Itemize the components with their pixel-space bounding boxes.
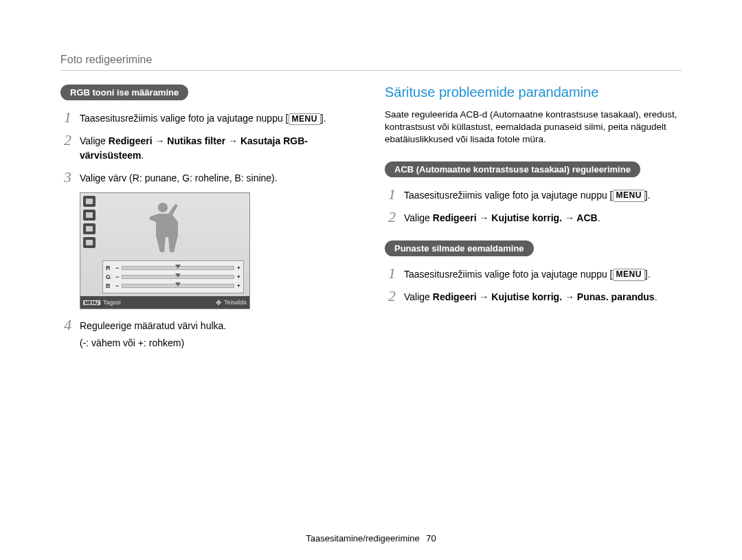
slider-minus: − [115,282,119,289]
step-body: Valige värv (R: punane, G: roheline, B: … [80,170,357,186]
camera-footer-back: Tagasi [103,299,121,306]
right-column: Särituse probleemide parandamine Saate r… [385,85,682,357]
acb-step-1: 1 Taasesitusrežiimis valige foto ja vaju… [385,187,682,203]
camera-footer: MENU Tagasi Teisalda [80,296,249,309]
cam-icon-3 [83,223,95,234]
left-column: RGB tooni ise määramine 1 Taasesitusreži… [60,85,357,357]
cam-icon-1 [83,196,95,207]
step-text: Taasesitusrežiimis valige foto ja vajuta… [404,269,607,280]
camera-side-icons [83,196,95,248]
step-text: Valige [404,291,433,302]
section-title: Särituse probleemide parandamine [385,85,682,100]
slider-g: G − + [106,272,240,281]
slider-plus: + [237,265,240,271]
step-text: Valige [404,212,433,223]
slider-track [122,266,234,270]
slider-label: B [106,282,113,289]
step-text-post: . [648,269,651,280]
step-text-bold: Redigeeri → Kujutise korrig. → Punas. pa… [433,291,655,302]
menu-button-label: MENU [289,113,321,126]
step-body: Valige Redigeeri → Nutikas filter → Kasu… [80,133,357,163]
step-text-post: . [142,150,144,161]
footer-section: Taasesitamine/redigeerimine [306,533,419,544]
step-text-bold: Redigeeri → Nutikas filter → Kasutaja RG… [80,135,308,161]
slider-b: B − + [106,281,240,290]
camera-footer-menu-btn: MENU [83,300,100,305]
red-step-1: 1 Taasesitusrežiimis valige foto ja vaju… [385,266,682,282]
slider-minus: − [115,273,119,280]
slider-track [122,275,234,279]
acb-step-2: 2 Valige Redigeeri → Kujutise korrig. → … [385,210,682,225]
step-body: Taasesitusrežiimis valige foto ja vajuta… [404,187,682,203]
slider-minus: − [115,265,119,271]
step-number: 2 [385,289,396,304]
step-body: Reguleerige määratud värvi hulka. (-: vä… [80,317,357,350]
cam-icon-2 [83,210,95,221]
step-text: Valige [80,135,109,146]
step-text: Taasesitusrežiimis valige foto ja vajuta… [80,113,283,124]
step-number: 3 [60,170,71,185]
section-intro: Saate reguleerida ACB-d (Automaatne kont… [385,109,682,146]
step-body: Valige Redigeeri → Kujutise korrig. → AC… [404,210,682,225]
step-subtext: (-: vähem või +: rohkem) [80,336,357,350]
pill-acb: ACB (Automaatne kontrastsuse tasakaal) r… [385,161,640,177]
menu-button-label: MENU [613,190,645,202]
camera-footer-move: Teisalda [216,299,247,306]
slider-label: R [106,265,113,271]
step-number: 4 [60,317,71,333]
step-text: Taasesitusrežiimis valige foto ja vajuta… [404,190,607,201]
left-step-2: 2 Valige Redigeeri → Nutikas filter → Ka… [60,133,357,163]
slider-r: R − + [106,263,240,272]
step-text: Valige värv (R: punane, G: roheline, B: … [80,172,278,183]
slider-label: G [106,273,113,280]
step-body: Valige Redigeeri → Kujutise korrig. → Pu… [404,289,682,304]
step-text-post: . [324,113,326,124]
step-number: 1 [60,110,71,125]
slider-plus: + [237,282,240,289]
slider-plus: + [237,273,240,280]
left-step-1: 1 Taasesitusrežiimis valige foto ja vaju… [60,110,357,126]
step-number: 1 [385,266,396,281]
pill-rgb: RGB tooni ise määramine [60,85,188,100]
rgb-panel: R − + G − + B − + [102,260,244,293]
menu-button-label: MENU [613,269,645,281]
red-step-2: 2 Valige Redigeeri → Kujutise korrig. → … [385,289,682,304]
cam-icon-4 [83,237,95,248]
step-number: 2 [60,133,71,148]
step-text-post: . [598,212,600,223]
step-text-post: . [655,291,657,302]
page-title: Foto redigeerimine [60,54,682,71]
left-step-3: 3 Valige värv (R: punane, G: roheline, B… [60,170,357,186]
step-body: Taasesitusrežiimis valige foto ja vajuta… [80,110,357,126]
silhouette-image [134,197,196,260]
step-body: Taasesitusrežiimis valige foto ja vajuta… [404,266,682,282]
step-number: 1 [385,187,396,202]
footer-page-number: 70 [426,533,436,544]
step-number: 2 [385,210,396,225]
slider-track [122,284,234,288]
left-step-4: 4 Reguleerige määratud värvi hulka. (-: … [60,317,357,350]
step-text-post: . [648,190,651,201]
step-text: Reguleerige määratud värvi hulka. [80,320,226,331]
pill-redeye: Punaste silmade eemaldamine [385,240,534,256]
page-footer: Taasesitamine/redigeerimine 70 [0,533,742,544]
camera-footer-move-label: Teisalda [224,299,247,306]
camera-ui-preview: R − + G − + B − + [80,192,250,309]
step-text-bold: Redigeeri → Kujutise korrig. → ACB [433,212,598,223]
